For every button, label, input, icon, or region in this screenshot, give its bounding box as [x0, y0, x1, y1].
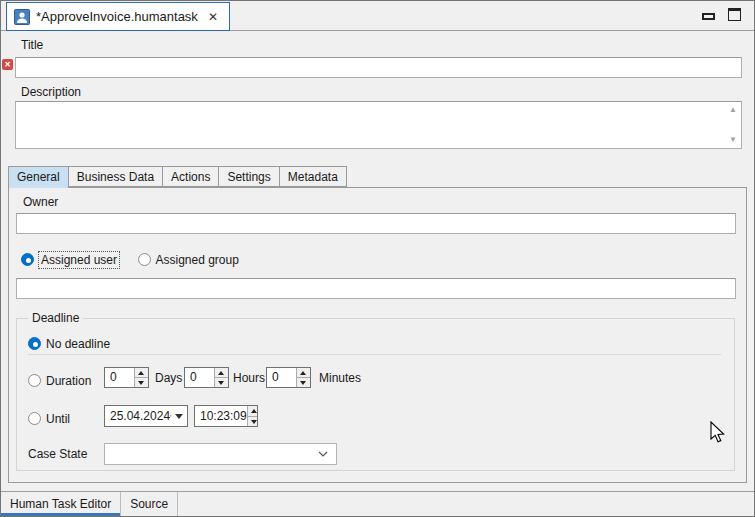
case-state-dropdown[interactable] — [104, 443, 337, 465]
duration-radio-wrap: Duration — [28, 371, 91, 389]
close-icon[interactable]: ✕ — [206, 10, 220, 24]
tab-business-data[interactable]: Business Data — [68, 166, 163, 187]
editor-tab-approveinvoice[interactable]: *ApproveInvoice.humantask ✕ — [6, 2, 230, 31]
assigned-group-label[interactable]: Assigned group — [156, 253, 239, 267]
editor-page-tab-bar: Human Task Editor Source — [1, 491, 754, 517]
days-label: Days — [155, 371, 182, 385]
tab-human-task-editor[interactable]: Human Task Editor — [1, 492, 121, 517]
tab-actions[interactable]: Actions — [162, 166, 219, 187]
description-label: Description — [21, 85, 81, 99]
assignee-input[interactable] — [16, 278, 736, 299]
minutes-stepper[interactable]: 0 — [266, 367, 311, 388]
spinner-up-icon[interactable] — [215, 368, 228, 378]
tab-general[interactable]: General — [8, 166, 69, 188]
deadline-group-label: Deadline — [28, 311, 83, 325]
spinner-down-icon[interactable] — [135, 378, 148, 387]
assigned-user-radio[interactable] — [21, 253, 34, 266]
dropdown-arrow-icon[interactable] — [175, 414, 183, 419]
until-radio-wrap: Until — [28, 409, 70, 427]
minutes-stepper-buttons — [296, 368, 310, 387]
case-state-label: Case State — [28, 447, 87, 461]
spinner-down-icon[interactable] — [248, 417, 257, 427]
days-value: 0 — [105, 368, 134, 387]
assignment-radio-group: Assigned user Assigned group — [21, 250, 239, 268]
deadline-separator — [28, 354, 721, 355]
section-tab-bar: General Business Data Actions Settings M… — [8, 166, 346, 188]
maximize-icon[interactable] — [728, 8, 741, 21]
error-icon: ✕ — [2, 59, 13, 70]
tab-metadata[interactable]: Metadata — [279, 166, 347, 187]
minutes-label: Minutes — [319, 371, 361, 385]
tab-settings[interactable]: Settings — [218, 166, 279, 187]
until-time-stepper[interactable]: 10:23:09 — [194, 405, 258, 427]
until-radio[interactable] — [28, 412, 41, 425]
owner-label: Owner — [23, 195, 58, 209]
days-stepper[interactable]: 0 — [104, 367, 149, 388]
deadline-group: Deadline No deadline Duration 0 Days 0 H… — [16, 318, 735, 471]
human-task-icon — [14, 9, 30, 25]
editor-tab-title: *ApproveInvoice.humantask — [36, 9, 198, 24]
no-deadline-radio[interactable] — [28, 337, 41, 350]
owner-input[interactable] — [16, 213, 736, 234]
spinner-up-icon[interactable] — [297, 368, 310, 378]
until-label[interactable]: Until — [46, 412, 70, 426]
scroll-down-icon[interactable]: ▼ — [729, 136, 737, 144]
hours-stepper[interactable]: 0 — [184, 367, 229, 388]
no-deadline-row: No deadline — [28, 334, 110, 352]
tab-source[interactable]: Source — [121, 492, 178, 517]
assigned-group-radio[interactable] — [138, 253, 151, 266]
hours-stepper-buttons — [214, 368, 228, 387]
description-input[interactable]: ▲ ▼ — [15, 101, 742, 149]
until-time-value: 10:23:09 — [195, 406, 247, 426]
title-input[interactable] — [15, 57, 742, 78]
hours-label: Hours — [233, 371, 265, 385]
calendar-icon — [170, 410, 172, 422]
spinner-down-icon[interactable] — [297, 378, 310, 387]
human-task-editor-window: *ApproveInvoice.humantask ✕ Title ✕ Desc… — [0, 0, 755, 517]
until-date-value: 25.04.2024 — [105, 409, 170, 423]
until-date-picker[interactable]: 25.04.2024 — [104, 405, 188, 427]
chevron-down-icon — [318, 451, 328, 457]
duration-label[interactable]: Duration — [46, 374, 91, 388]
scroll-up-icon[interactable]: ▲ — [729, 106, 737, 114]
time-stepper-buttons — [247, 406, 257, 426]
title-label: Title — [21, 38, 43, 52]
minimize-icon[interactable] — [702, 13, 715, 20]
days-stepper-buttons — [134, 368, 148, 387]
hours-value: 0 — [185, 368, 214, 387]
spinner-down-icon[interactable] — [215, 378, 228, 387]
duration-radio[interactable] — [28, 374, 41, 387]
spinner-up-icon[interactable] — [135, 368, 148, 378]
editor-tab-bar: *ApproveInvoice.humantask ✕ — [1, 1, 754, 31]
assigned-user-label[interactable]: Assigned user — [39, 252, 119, 268]
spinner-up-icon[interactable] — [248, 406, 257, 417]
view-controls — [702, 8, 741, 21]
minutes-value: 0 — [267, 368, 296, 387]
no-deadline-label[interactable]: No deadline — [46, 337, 110, 351]
